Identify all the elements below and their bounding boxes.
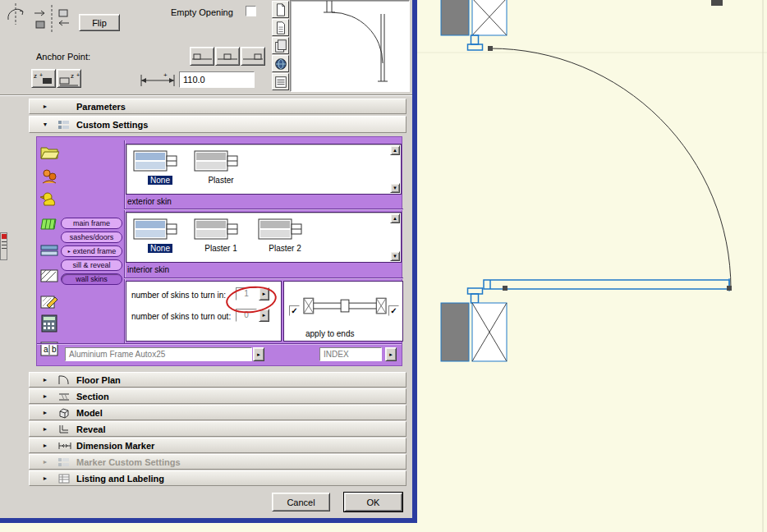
section-marker-custom-settings-label: Marker Custom Settings [76, 457, 181, 467]
collapsed-triangle-icon: ► [39, 459, 51, 465]
rotate-icon[interactable] [5, 2, 26, 26]
tab-wall-skins[interactable]: wall skins [61, 273, 122, 285]
list-view-button[interactable] [272, 73, 289, 90]
exterior-skin-label: exterior skin [127, 197, 172, 206]
exterior-skin-none-label: None [148, 176, 172, 185]
section-dimension-marker-label: Dimension Marker [76, 441, 154, 451]
group-separator [124, 277, 403, 279]
exterior-scroll-down-button[interactable]: ▼ [390, 183, 400, 193]
library-part-name-field[interactable]: Aluminium Frame Autox25 [65, 347, 252, 361]
skin-plaster-icon [194, 147, 240, 175]
palette-line [2, 248, 7, 249]
interior-scroll-up-button[interactable]: ▲ [390, 213, 400, 223]
cancel-button[interactable]: Cancel [272, 493, 330, 511]
anchor-point-label: Anchor Point: [36, 52, 90, 62]
index-field[interactable]: INDEX [319, 347, 382, 361]
apply-to-ends-label: apply to ends [305, 329, 355, 338]
apply-left-checkbox[interactable]: ✓ [289, 305, 300, 316]
section-floor-plan[interactable]: ► Floor Plan [29, 372, 406, 388]
web-library-button[interactable] [272, 55, 289, 72]
width-input[interactable] [179, 71, 255, 88]
section-view-icon [57, 391, 72, 402]
hatch-pattern-icon[interactable] [39, 268, 59, 283]
door-preview-drawing [291, 1, 407, 89]
book-icon [273, 39, 288, 53]
exterior-skin-item-plaster[interactable]: Plaster [194, 147, 248, 185]
flip-button[interactable]: Flip [79, 14, 120, 31]
section-custom-settings-label: Custom Settings [76, 120, 148, 130]
group-separator [37, 343, 402, 345]
custom-settings-icon [57, 119, 72, 131]
exterior-scroll-up-button[interactable]: ▲ [390, 145, 400, 155]
globe-icon [273, 57, 288, 71]
tab-main-frame[interactable]: main frame [61, 218, 122, 229]
anchor-option-2-button[interactable]: z+ [57, 69, 81, 88]
ok-button[interactable]: OK [344, 493, 402, 511]
collapsed-triangle-icon: ► [39, 426, 51, 432]
reveal-position-right-button[interactable] [241, 47, 265, 66]
interior-skin-plaster1-label: Plaster 1 [202, 244, 239, 253]
section-listing-and-labeling-label: Listing and Labeling [76, 474, 164, 484]
section-parameters-label: Parameters [76, 102, 126, 112]
scroll-up-icon: ▲ [393, 216, 397, 221]
svg-text:z: z [71, 72, 74, 80]
section-custom-settings[interactable]: ▼ Custom Settings [29, 116, 406, 133]
empty-opening-checkbox[interactable] [246, 6, 256, 16]
skin-section-icon[interactable] [39, 242, 59, 259]
reveal-position-left-button[interactable] [190, 47, 214, 66]
favorites-doc-button[interactable] [272, 1, 289, 18]
interior-skin-item-none[interactable]: None [133, 215, 187, 253]
section-listing-and-labeling[interactable]: ► Listing and Labeling [29, 470, 406, 486]
section-parameters[interactable]: ► Parameters [29, 99, 406, 114]
model-cube-icon [57, 407, 72, 419]
exterior-skin-list[interactable]: None Plaster ▲ ▼ [126, 144, 402, 195]
door-preview-pane [290, 0, 410, 92]
floor-plan-icon [57, 374, 72, 386]
section-floor-plan-label: Floor Plan [76, 375, 121, 385]
section-model[interactable]: ► Model [29, 405, 406, 420]
section-dimension-marker[interactable]: ► Dimension Marker [29, 438, 406, 453]
collapsed-triangle-icon: ► [39, 393, 51, 399]
duck-library-icon[interactable] [39, 190, 59, 209]
interior-scroll-down-button[interactable]: ▼ [390, 251, 400, 261]
library-part-name-text: Aluminium Frame Autox25 [69, 350, 165, 359]
reveal-corner-icon [57, 424, 72, 435]
palette-red-icon [2, 234, 7, 239]
library-book-button[interactable] [272, 37, 289, 54]
interior-skin-item-plaster2[interactable]: Plaster 2 [258, 215, 312, 253]
door-settings-dialog: Flip Empty Opening [0, 0, 417, 523]
expanded-triangle-icon: ▼ [39, 122, 51, 127]
tab-extend-frame[interactable]: ► extend frame [61, 245, 122, 257]
extend-frame-marker-icon: ► [67, 246, 71, 256]
svg-text:z: z [34, 72, 37, 80]
menu-arrow-icon: ► [388, 352, 393, 357]
interior-skin-item-plaster1[interactable]: Plaster 1 [194, 215, 248, 253]
menu-arrow-icon: ► [256, 352, 261, 357]
anchor-option-1-button[interactable]: z+ [31, 69, 56, 88]
tab-sill-reveal[interactable]: sill & reveal [61, 259, 122, 271]
interior-skin-list[interactable]: None Plaster 1 Plaster 2 ▲ [126, 212, 402, 263]
svg-text:a: a [44, 345, 48, 354]
reveal-position-center-button[interactable] [215, 47, 240, 66]
linked-parts-icon[interactable] [39, 167, 59, 186]
exterior-skin-item-none[interactable]: None [133, 147, 187, 185]
mirror-icon[interactable] [30, 3, 74, 34]
scroll-up-icon: ▲ [393, 148, 397, 153]
index-field-menu-button[interactable]: ► [385, 347, 397, 361]
section-reveal[interactable]: ► Reveal [29, 421, 406, 437]
skin-none-icon [133, 215, 179, 243]
surface-green-icon[interactable] [39, 216, 59, 232]
section-section[interactable]: ► Section [29, 388, 406, 404]
palette-line [2, 241, 7, 242]
calculator-icon[interactable] [39, 314, 59, 332]
listing-table-icon [57, 473, 72, 484]
interior-skin-none-label: None [148, 244, 172, 253]
pen-hatch-icon[interactable] [39, 293, 59, 311]
door-leaf[interactable] [484, 278, 729, 291]
favorites-doc2-button[interactable] [272, 19, 289, 36]
apply-right-checkbox[interactable]: ✓ [388, 305, 399, 316]
tab-sashes-doors[interactable]: sashes/doors [61, 232, 122, 243]
skin-plaster2-icon [258, 215, 304, 243]
open-folder-icon[interactable] [39, 144, 59, 160]
name-field-menu-button[interactable]: ► [253, 347, 264, 361]
